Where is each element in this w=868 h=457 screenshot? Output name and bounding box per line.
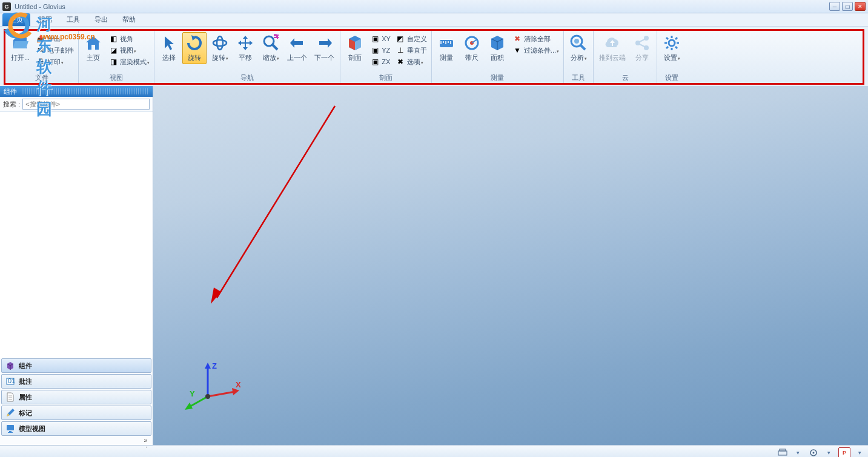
svg-point-18 <box>669 40 675 46</box>
plane-icon: ▣ <box>370 45 380 55</box>
folder-open-icon <box>12 34 30 52</box>
cube-icon: ◪ <box>108 45 118 55</box>
home-view-button[interactable]: 主页 <box>81 32 105 64</box>
plane-icon: ▣ <box>370 34 380 44</box>
menu-view[interactable]: 视图 <box>33 14 58 25</box>
select-button[interactable]: 选择 <box>157 32 181 64</box>
status-icon-1[interactable] <box>777 447 789 458</box>
section-custom-button[interactable]: ◩自定义 <box>394 33 429 44</box>
clear-icon: ✖ <box>512 34 522 44</box>
svg-rect-32 <box>7 425 14 430</box>
svg-line-11 <box>581 45 585 50</box>
minimize-button[interactable]: ─ <box>829 2 840 11</box>
export-button[interactable]: 📤 导出 <box>34 33 76 44</box>
view-angle-button[interactable]: ◧ 视角 <box>107 33 151 44</box>
document-icon <box>5 392 15 402</box>
push-cloud-button[interactable]: 推到云端 <box>596 32 629 64</box>
analyze-icon <box>569 34 588 52</box>
status-dropdown-3[interactable]: ▾ <box>856 450 863 456</box>
cube-icon: ◨ <box>108 57 118 67</box>
ribbon-group-settings: 设置▾ 设置 <box>657 31 686 83</box>
view-dropdown[interactable]: ◪ 视图▾ <box>107 45 151 56</box>
section-icon <box>346 34 364 52</box>
ribbon-toolbar: 打开... 📤 导出 ✉ 电子邮件 🖶 打印▾ 文件 <box>4 29 864 85</box>
component-tree[interactable] <box>0 112 153 358</box>
home-icon <box>84 34 102 52</box>
cube-icon: ◧ <box>108 34 118 44</box>
next-button[interactable]: 下一个 <box>311 32 337 64</box>
pan-button[interactable]: 平移 <box>233 32 257 64</box>
cloud-upload-icon <box>603 34 621 52</box>
ribbon-group-view: 主页 ◧ 视角 ◪ 视图▾ ◨ 渲染模式▾ 视图 <box>79 31 154 83</box>
maximize-button[interactable]: ▢ <box>842 2 853 11</box>
tab-model-views[interactable]: 模型视图 <box>1 421 151 436</box>
expand-button[interactable]: »· <box>0 436 153 445</box>
tab-components[interactable]: 组件 <box>1 358 151 373</box>
ruler-button[interactable]: 带尺 <box>460 32 484 64</box>
rotate-free-button[interactable]: 旋转▾ <box>208 32 232 64</box>
ruler-icon <box>463 34 481 52</box>
status-dropdown-2[interactable]: ▾ <box>826 450 832 456</box>
search-input[interactable] <box>22 99 150 110</box>
svg-marker-38 <box>205 363 211 369</box>
share-button[interactable]: 分享 <box>630 32 654 64</box>
rotate-button[interactable]: 旋转 <box>182 32 207 64</box>
measure-button[interactable]: 测量 <box>434 32 459 64</box>
ribbon-group-measure: 测量 带尺 面积 ✖清除全部 ▼过滤条件...▾ 测量 <box>432 31 564 83</box>
email-button[interactable]: ✉ 电子邮件 <box>34 45 76 56</box>
menu-home[interactable]: 主页 <box>2 13 30 26</box>
svg-text:X: X <box>236 380 241 389</box>
status-icon-2[interactable] <box>807 447 820 458</box>
svg-line-25 <box>666 47 668 48</box>
search-row: 搜索 : <box>0 97 153 112</box>
svg-rect-33 <box>9 431 12 432</box>
annotation-icon: 01 <box>5 376 15 386</box>
open-button[interactable]: 打开... <box>8 32 33 64</box>
options-icon: ✖ <box>396 57 405 67</box>
viewport-3d[interactable]: Z X Y <box>153 86 868 445</box>
pointer-icon <box>160 34 178 52</box>
tab-markup[interactable]: 标记 <box>1 406 151 420</box>
menu-tools[interactable]: 工具 <box>61 14 86 25</box>
clear-all-button[interactable]: ✖清除全部 <box>511 33 561 44</box>
window-title: Untitled - Glovius <box>15 3 829 10</box>
analyze-button[interactable]: 分析▾ <box>566 32 591 64</box>
status-dropdown-1[interactable]: ▾ <box>795 450 801 456</box>
grip-icon[interactable] <box>22 88 149 94</box>
svg-text:01: 01 <box>8 377 15 384</box>
zoom-button[interactable]: 缩放▾ <box>259 32 283 64</box>
print-button[interactable]: 🖶 打印▾ <box>34 56 76 67</box>
search-label: 搜索 : <box>3 100 20 109</box>
svg-point-3 <box>217 36 223 50</box>
rotate-3d-icon <box>211 34 229 52</box>
rotate-icon <box>185 34 204 52</box>
menu-export[interactable]: 导出 <box>88 14 114 25</box>
section-button[interactable]: 剖面 <box>343 32 367 64</box>
section-zx-button[interactable]: ▣ZX <box>368 56 393 67</box>
svg-point-2 <box>213 40 227 46</box>
close-button[interactable]: ✕ <box>855 2 866 11</box>
settings-button[interactable]: 设置▾ <box>660 32 684 64</box>
section-options-button[interactable]: ✖选项▾ <box>394 56 429 67</box>
menu-help[interactable]: 帮助 <box>116 14 142 25</box>
svg-rect-47 <box>778 451 787 455</box>
status-icon-3[interactable]: P <box>838 447 850 458</box>
filter-button[interactable]: ▼过滤条件...▾ <box>511 45 561 56</box>
previous-button[interactable]: 上一个 <box>284 32 310 64</box>
area-button[interactable]: 面积 <box>485 32 509 64</box>
tab-properties[interactable]: 属性 <box>1 390 151 404</box>
export-icon: 📤 <box>36 34 45 44</box>
svg-line-16 <box>640 39 644 42</box>
measure-icon <box>437 34 456 52</box>
ribbon-group-tools: 分析▾ 工具 <box>564 31 594 83</box>
svg-line-43 <box>188 396 208 407</box>
section-yz-button[interactable]: ▣YZ <box>368 45 393 56</box>
tab-annotations[interactable]: 01 批注 <box>1 374 151 389</box>
render-mode-button[interactable]: ◨ 渲染模式▾ <box>107 56 151 67</box>
svg-point-12 <box>574 39 579 44</box>
svg-line-24 <box>675 47 677 48</box>
share-icon <box>633 34 651 52</box>
section-perpendicular-button[interactable]: ⊥垂直于 <box>394 45 429 56</box>
section-xy-button[interactable]: ▣XY <box>368 33 393 44</box>
gear-icon <box>663 34 681 52</box>
